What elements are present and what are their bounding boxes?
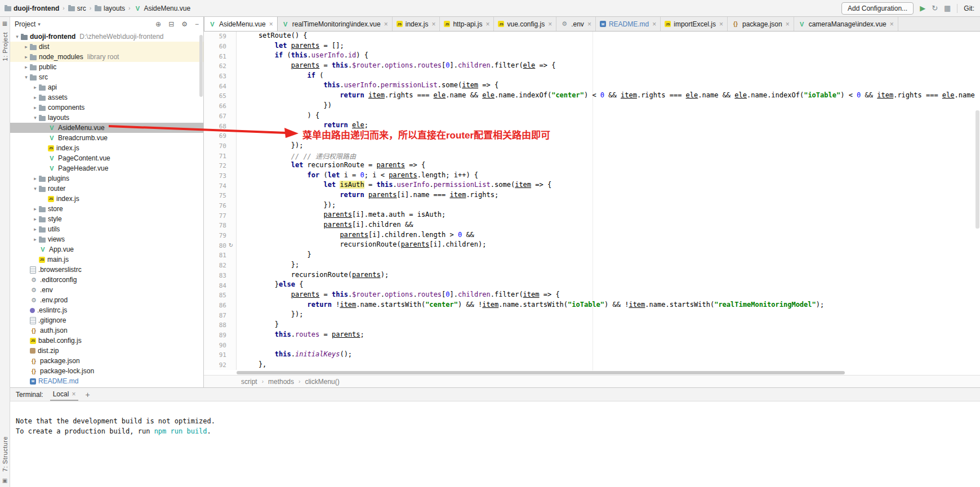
terminal-tab-local[interactable]: Local × bbox=[50, 388, 79, 401]
scrollbar[interactable] bbox=[199, 35, 203, 97]
tab-close-icon[interactable]: × bbox=[269, 20, 273, 28]
tree-item[interactable]: .gitignore bbox=[10, 315, 203, 325]
breadcrumb-item[interactable]: VAsideMenu.vue bbox=[133, 5, 190, 12]
code-line[interactable]: 80↻ recursionRoute(parents[i].children); bbox=[204, 240, 980, 251]
code-line[interactable]: 88 } bbox=[204, 320, 980, 330]
hide-panel-icon[interactable]: − bbox=[195, 20, 199, 28]
chevron-icon[interactable]: ▸ bbox=[23, 54, 30, 60]
breadcrumb-item[interactable]: layouts bbox=[95, 5, 125, 12]
tree-item[interactable]: JSindex.js bbox=[10, 194, 203, 204]
code-line[interactable]: 84 }else { bbox=[204, 280, 980, 291]
new-terminal-icon[interactable]: + bbox=[85, 390, 90, 399]
tree-item[interactable]: ⚙.env.prod bbox=[10, 295, 203, 305]
editor-tab[interactable]: VcameraManage\index.vue× bbox=[794, 17, 898, 31]
tree-item[interactable]: ▾router bbox=[10, 184, 203, 194]
tree-item[interactable]: VBreadcrumb.vue bbox=[10, 133, 203, 143]
code-line[interactable]: 74 let isAuth = this.userInfo.permission… bbox=[204, 181, 980, 191]
chevron-icon[interactable]: ▾ bbox=[23, 74, 30, 80]
chevron-icon[interactable]: ▸ bbox=[32, 176, 39, 181]
tab-close-icon[interactable]: × bbox=[384, 20, 388, 28]
code-line[interactable]: 71 // // 递归权限路由 bbox=[204, 151, 980, 161]
code-line[interactable]: 79 parents[i].children.length > 0 && bbox=[204, 231, 980, 241]
vertical-scrollbar[interactable] bbox=[975, 110, 979, 229]
code-line[interactable]: 60 let parents = []; bbox=[204, 42, 980, 52]
code-line[interactable]: 75 return parents[i].name === item.right… bbox=[204, 191, 980, 201]
editor-tab[interactable]: JSvue.config.js× bbox=[494, 17, 556, 31]
stripe-structure-label[interactable]: 7: Structure bbox=[2, 436, 8, 472]
code-line[interactable]: 62 parents = this.$router.options.routes… bbox=[204, 61, 980, 72]
tree-item[interactable]: {}package-lock.json bbox=[10, 366, 203, 376]
code-line[interactable]: 67 ) { bbox=[204, 111, 980, 122]
locate-icon[interactable]: ⊕ bbox=[155, 20, 161, 28]
chevron-icon[interactable]: ▾ bbox=[32, 115, 39, 120]
code-line[interactable]: 89 this.routes = parents; bbox=[204, 330, 980, 341]
tab-close-icon[interactable]: × bbox=[431, 20, 435, 28]
tree-item[interactable]: ⚙.env bbox=[10, 285, 203, 295]
editor-tab[interactable]: MREADME.md× bbox=[596, 17, 661, 31]
editor-tab[interactable]: VrealTimeMonitoring\index.vue× bbox=[278, 17, 393, 31]
horizontal-scrollbar[interactable] bbox=[237, 371, 845, 374]
chevron-icon[interactable]: ▸ bbox=[32, 236, 39, 242]
breadcrumb-item[interactable]: clickMenu() bbox=[305, 378, 339, 386]
stripe-project-label[interactable]: 1: Project bbox=[2, 32, 8, 61]
tree-item[interactable]: ▾layouts bbox=[10, 113, 203, 123]
tree-item[interactable]: JSbabel.config.js bbox=[10, 336, 203, 346]
refresh-icon[interactable]: ↻ bbox=[932, 5, 938, 12]
tree-item[interactable]: ▾src bbox=[10, 72, 203, 82]
code-line[interactable]: 73 for (let i = 0; i < parents.length; i… bbox=[204, 171, 980, 181]
chevron-icon[interactable]: ▸ bbox=[32, 95, 39, 100]
code-line[interactable]: 66 }) bbox=[204, 101, 980, 111]
tab-close-icon[interactable]: × bbox=[786, 20, 790, 28]
tab-close-icon[interactable]: × bbox=[587, 20, 591, 28]
editor-tab[interactable]: JSindex.js× bbox=[393, 17, 440, 31]
chevron-icon[interactable]: ▾ bbox=[32, 186, 39, 191]
tab-close-icon[interactable]: × bbox=[890, 20, 894, 28]
terminal-output[interactable]: Note that the development build is not o… bbox=[10, 401, 980, 436]
code-line[interactable]: 78 parents[i].children && bbox=[204, 221, 980, 231]
tree-item[interactable]: MREADME.md bbox=[10, 376, 203, 386]
tree-item[interactable]: JSmain.js bbox=[10, 254, 203, 265]
code-line[interactable]: 76 }); bbox=[204, 201, 980, 211]
code-line[interactable]: 82 }; bbox=[204, 261, 980, 271]
tree-item[interactable]: VApp.vue bbox=[10, 244, 203, 254]
code-line[interactable]: 64 this.userInfo.permissionList.some(ite… bbox=[204, 81, 980, 91]
code-line[interactable]: 65 return item.rights === ele.name && el… bbox=[204, 91, 980, 101]
tree-item[interactable]: ▸views bbox=[10, 234, 203, 244]
tab-close-icon[interactable]: × bbox=[548, 20, 552, 28]
tree-item[interactable]: .eslintrc.js bbox=[10, 305, 203, 315]
editor-tab[interactable]: JSimportExcel.js× bbox=[661, 17, 728, 31]
code-line[interactable]: 92 }, bbox=[204, 360, 980, 370]
code-line[interactable]: 77 parents[i].meta.auth = isAuth; bbox=[204, 211, 980, 221]
editor-tab[interactable]: JShttp-api.js× bbox=[440, 17, 494, 31]
tree-item[interactable]: ▸api bbox=[10, 82, 203, 92]
code-line[interactable]: 86 return !item.name.startsWith("center"… bbox=[204, 301, 980, 311]
code-line[interactable]: 83 recursionRoute(parents); bbox=[204, 271, 980, 281]
chevron-down-icon[interactable]: ▾ bbox=[38, 21, 41, 27]
tree-item[interactable]: VAsideMenu.vue bbox=[10, 123, 203, 133]
tree-item[interactable]: ▸utils bbox=[10, 224, 203, 234]
chevron-icon[interactable]: ▸ bbox=[32, 226, 39, 232]
chevron-icon[interactable]: ▸ bbox=[23, 44, 30, 50]
tree-item[interactable]: VPageContent.vue bbox=[10, 153, 203, 163]
project-panel-title[interactable]: Project bbox=[15, 20, 35, 28]
tree-item[interactable]: ▸components bbox=[10, 102, 203, 113]
run-icon[interactable]: ▶ bbox=[920, 5, 925, 12]
tree-item[interactable]: ▸node_moduleslibrary root bbox=[10, 52, 203, 62]
tree-item[interactable]: .browserslistrc bbox=[10, 265, 203, 275]
editor-tab[interactable]: VAsideMenu.vue× bbox=[204, 17, 278, 32]
code-line[interactable]: 61 if (this.userInfo.id) { bbox=[204, 51, 980, 61]
tree-item[interactable]: dist.zip bbox=[10, 346, 203, 356]
code-line[interactable]: 63 if ( bbox=[204, 72, 980, 82]
code-line[interactable]: 70 }); bbox=[204, 141, 980, 151]
breadcrumb-item[interactable]: duoji-frontend bbox=[5, 5, 59, 12]
chevron-icon[interactable]: ▸ bbox=[32, 206, 39, 212]
code-line[interactable]: 59 setRoute() { bbox=[204, 32, 980, 42]
add-configuration-button[interactable]: Add Configuration... bbox=[841, 2, 914, 15]
grid-icon[interactable]: ▦ bbox=[944, 5, 951, 12]
tree-item[interactable]: ▸style bbox=[10, 214, 203, 224]
code-line[interactable]: 91 this.initialKeys(); bbox=[204, 350, 980, 360]
structure-stripe-icon[interactable]: ▣ bbox=[2, 477, 7, 484]
tree-item[interactable]: ▸assets bbox=[10, 92, 203, 102]
chevron-icon[interactable]: ▸ bbox=[23, 64, 30, 70]
code-line[interactable]: 90 bbox=[204, 340, 980, 350]
